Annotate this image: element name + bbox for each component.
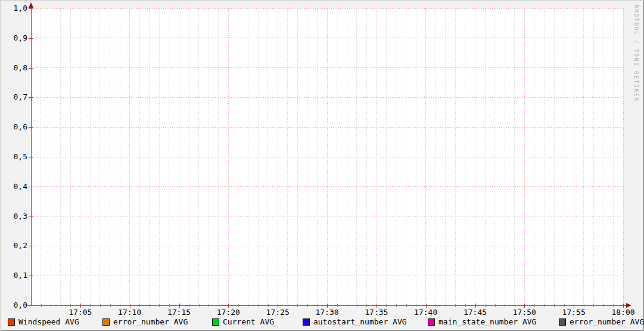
y-tick-label: 0,2: [1, 242, 27, 250]
x-tick-minor: [258, 304, 259, 307]
gridline-h-major: [31, 8, 623, 9]
y-tick-label: 0,5: [1, 153, 27, 161]
gridline-h-major: [31, 186, 623, 187]
x-tick-minor: [189, 304, 189, 307]
x-tick-label: 17:45: [456, 308, 495, 317]
x-tick-minor: [396, 304, 397, 307]
x-axis-arrow-icon: [626, 303, 631, 308]
x-tick-minor: [248, 304, 248, 307]
x-tick-minor: [465, 304, 466, 307]
x-tick-minor: [70, 304, 71, 307]
legend-item: Current AVG: [212, 318, 274, 326]
legend-swatch: [303, 318, 310, 326]
x-tick-minor: [554, 304, 555, 307]
legend-swatch: [559, 318, 566, 326]
y-tick-label: 0,4: [1, 182, 27, 191]
gridline-h-major: [31, 38, 623, 38]
y-tick-major: [29, 8, 33, 9]
y-axis-arrow-icon: [29, 2, 33, 8]
x-tick-minor: [61, 304, 61, 307]
x-tick-minor: [238, 304, 239, 307]
x-tick-minor: [505, 304, 505, 307]
x-tick-major: [574, 304, 574, 308]
gridline-h-major: [31, 127, 623, 128]
x-tick-minor: [150, 304, 150, 307]
x-tick-minor: [199, 304, 200, 307]
x-tick-minor: [159, 304, 160, 307]
legend-label: main_state_number AVG: [438, 318, 536, 326]
y-tick-label: 0,6: [1, 123, 27, 131]
x-tick-major: [327, 304, 328, 308]
legend-item: Windspeed AVG: [8, 318, 79, 326]
y-tick-major: [29, 216, 33, 217]
x-tick-label: 17:55: [554, 308, 593, 317]
x-tick-minor: [544, 304, 545, 307]
x-tick-major: [130, 304, 130, 308]
x-tick-minor: [139, 304, 140, 307]
legend-swatch: [8, 318, 15, 326]
y-tick-major: [29, 305, 33, 306]
x-tick-minor: [446, 304, 446, 307]
y-tick-label: 0,7: [1, 93, 27, 101]
x-tick-major: [278, 304, 278, 308]
gridline-h-major: [31, 97, 623, 98]
y-tick-label: 1,0: [1, 4, 27, 13]
x-tick-label: 17:35: [357, 308, 396, 317]
y-tick-label: 0,1: [1, 271, 27, 280]
x-tick-minor: [347, 304, 347, 307]
gridline-h-major: [31, 276, 623, 276]
y-tick-label: 0,3: [1, 212, 27, 221]
x-tick-minor: [169, 304, 170, 307]
legend-item: error_number AVG: [559, 318, 644, 326]
plot-area: [31, 8, 623, 305]
x-tick-minor: [307, 304, 308, 307]
legend-label: error_number AVG: [570, 318, 644, 326]
legend-item: main_state_number AVG: [428, 318, 536, 326]
x-tick-minor: [317, 304, 318, 307]
x-tick-label: 17:50: [505, 308, 544, 317]
x-tick-minor: [515, 304, 515, 307]
x-tick-minor: [90, 304, 91, 307]
y-tick-major: [29, 68, 33, 69]
y-tick-major: [29, 97, 33, 98]
x-tick-minor: [613, 304, 614, 307]
x-tick-minor: [268, 304, 269, 307]
x-tick-minor: [120, 304, 120, 307]
x-tick-label: 17:25: [258, 308, 297, 317]
x-tick-major: [524, 304, 525, 308]
x-tick-label: 18:00: [603, 308, 643, 317]
x-tick-label: 17:20: [209, 308, 248, 317]
x-tick-major: [80, 304, 81, 308]
y-tick-major: [29, 246, 33, 246]
x-tick-minor: [297, 304, 298, 307]
x-tick-minor: [288, 304, 288, 307]
x-tick-major: [623, 304, 624, 308]
x-tick-major: [228, 304, 229, 308]
legend-swatch: [102, 318, 110, 326]
x-tick-minor: [593, 304, 594, 307]
y-tick-major: [29, 38, 33, 39]
legend-label: error_number AVG: [113, 318, 188, 326]
x-tick-minor: [495, 304, 496, 307]
gridline-h-major: [31, 246, 623, 246]
x-tick-minor: [416, 304, 416, 307]
x-tick-major: [475, 304, 476, 308]
y-tick-major: [29, 127, 33, 128]
x-tick-label: 17:10: [110, 308, 150, 317]
x-tick-minor: [209, 304, 209, 307]
x-tick-minor: [386, 304, 387, 307]
x-tick-major: [377, 304, 377, 308]
x-tick-minor: [584, 304, 584, 307]
gridline-h-major: [31, 216, 623, 216]
y-tick-label: 0,0: [1, 301, 27, 310]
x-tick-minor: [357, 304, 357, 307]
x-tick-minor: [485, 304, 486, 307]
y-tick-major: [29, 187, 33, 187]
x-tick-minor: [51, 304, 51, 307]
x-tick-label: 17:30: [307, 308, 347, 317]
x-tick-minor: [603, 304, 604, 307]
legend-label: Windspeed AVG: [18, 318, 79, 326]
x-tick-label: 17:05: [61, 308, 100, 317]
legend-label: Current AVG: [223, 318, 274, 326]
legend-swatch: [428, 318, 435, 326]
